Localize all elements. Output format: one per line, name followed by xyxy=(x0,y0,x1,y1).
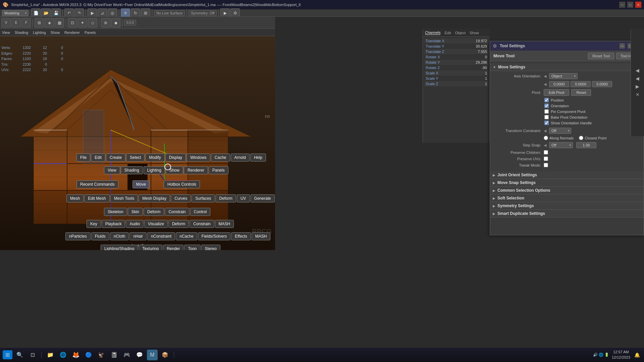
new-file-btn[interactable]: 📄 xyxy=(31,8,41,18)
hotbox-panels-btn[interactable]: Panels xyxy=(209,166,228,174)
axis-orientation-dropdown[interactable]: Object World Local Normal Gimbal Compone… xyxy=(549,73,578,79)
view-menu[interactable]: View xyxy=(2,31,10,35)
brave-btn[interactable]: 🦅 xyxy=(96,350,107,360)
keyframe-btn[interactable]: ◆ xyxy=(111,18,120,27)
undo-btn[interactable]: ↶ xyxy=(64,8,74,18)
hotbox-lighting-btn[interactable]: Lighting xyxy=(144,166,165,174)
nconstraint-btn[interactable]: nConstraint xyxy=(147,232,175,240)
nhair-btn[interactable]: nHair xyxy=(129,232,147,240)
maya-taskbar-btn[interactable]: M xyxy=(147,350,158,360)
channel-translate-z[interactable]: Translate Z7.555 xyxy=(424,49,488,54)
control-btn[interactable]: Control xyxy=(190,208,211,216)
snap-surface-btn[interactable]: ◇ xyxy=(88,18,97,27)
taskview-btn[interactable]: ⊡ xyxy=(27,350,38,360)
edit-pivot-btn[interactable]: Edit Pivot xyxy=(544,89,569,96)
pin-component-checkbox[interactable] xyxy=(544,109,549,114)
smart-duplicate-header[interactable]: ▶ Smart Duplicate Settings xyxy=(490,210,644,218)
skin-btn[interactable]: Skin xyxy=(128,208,143,216)
scroll-up-btn[interactable]: ◀ xyxy=(636,68,639,73)
bake-pivot-checkbox[interactable] xyxy=(544,115,549,119)
mode-dropdown[interactable]: Modeling Rigging Animation FX Rendering xyxy=(2,10,29,16)
playback-btn[interactable]: Playback xyxy=(102,220,125,228)
common-selection-header[interactable]: ▶ Common Selection Options xyxy=(490,187,644,194)
close-button[interactable]: ✕ xyxy=(635,2,641,8)
panel-minimize-btn[interactable]: ─ xyxy=(620,43,625,49)
create-menu-btn[interactable]: Create xyxy=(106,154,125,162)
z-input[interactable] xyxy=(592,81,612,87)
panels-menu[interactable]: Panels xyxy=(85,31,96,35)
snap-point-btn[interactable]: ✦ xyxy=(78,18,87,27)
preserve-children-checkbox[interactable] xyxy=(544,150,548,155)
reset-pivot-btn[interactable]: Reset xyxy=(571,89,591,96)
snap-grid-btn[interactable]: ⊡ xyxy=(68,18,77,27)
step-snap-dropdown[interactable]: Off Relative Absolute xyxy=(549,142,573,148)
onenote-btn[interactable]: 📓 xyxy=(109,350,119,360)
position-checkbox[interactable] xyxy=(544,98,549,102)
show-orientation-checkbox[interactable] xyxy=(544,121,549,125)
lighting-shading-btn[interactable]: Lighting/Shading xyxy=(101,245,138,250)
channel-rotate-x[interactable]: Rotate X0 xyxy=(424,54,488,60)
render-btn[interactable]: Render xyxy=(163,245,183,250)
save-file-btn[interactable]: 💾 xyxy=(51,8,61,18)
firefox-btn[interactable]: 🦊 xyxy=(70,350,81,360)
move-tool-btn[interactable]: ✛ xyxy=(121,8,130,18)
channel-scale-z[interactable]: Scale Z1 xyxy=(424,81,488,86)
reset-tool-btn[interactable]: Reset Tool xyxy=(588,53,614,59)
edge-mode-btn[interactable]: E xyxy=(11,18,21,27)
ncloth-btn[interactable]: nCloth xyxy=(110,232,129,240)
modify-menu-btn[interactable]: Modify xyxy=(145,154,164,162)
open-file-btn[interactable]: 📂 xyxy=(41,8,51,18)
channel-scale-y[interactable]: Scale Y1 xyxy=(424,76,488,81)
channel-translate-y[interactable]: Translate Y30.629 xyxy=(424,44,488,49)
edit-tab[interactable]: Edit xyxy=(444,31,451,35)
file-menu-btn[interactable]: File xyxy=(76,154,90,162)
x-input[interactable] xyxy=(549,81,569,87)
deform2-btn[interactable]: Deform xyxy=(144,208,164,216)
hotbox-controls-btn[interactable]: Hotbox Controls xyxy=(164,180,200,188)
tweak-mode-checkbox[interactable] xyxy=(544,163,548,167)
help-menu-btn[interactable]: Help xyxy=(250,154,266,162)
visualize-btn[interactable]: Visualize xyxy=(144,220,168,228)
smooth-btn[interactable]: ◈ xyxy=(45,18,54,27)
channel-translate-x[interactable]: Translate X19.972 xyxy=(424,38,488,44)
select-tool-btn[interactable]: ▶ xyxy=(88,8,97,18)
hotbox-renderer-btn[interactable]: Renderer xyxy=(184,166,208,174)
explorer-btn[interactable]: 📁 xyxy=(45,350,56,360)
mash-btn[interactable]: MASH xyxy=(215,220,234,228)
face-mode-btn[interactable]: F xyxy=(21,18,31,27)
texturing-btn[interactable]: Texturing xyxy=(139,245,162,250)
channels-tab[interactable]: Channels xyxy=(425,31,440,35)
search-taskbar-btn[interactable]: 🔍 xyxy=(14,350,25,360)
closest-point-radio[interactable] xyxy=(579,136,583,140)
show-tab[interactable]: Show xyxy=(470,31,479,35)
history-btn[interactable]: ⊚ xyxy=(101,18,110,27)
move-snap-header[interactable]: ▶ Move Snap Settings xyxy=(490,179,644,187)
texture-btn[interactable]: ▦ xyxy=(55,18,64,27)
generate-btn[interactable]: Generate xyxy=(251,194,275,202)
object-tab[interactable]: Object xyxy=(455,31,466,35)
recent-commands-btn[interactable]: Recent Commands xyxy=(76,180,118,188)
scroll-left-btn[interactable]: ◀ xyxy=(636,76,639,81)
skeleton-btn[interactable]: Skeleton xyxy=(104,208,127,216)
lighting-menu[interactable]: Lighting xyxy=(33,31,46,35)
rotate-tool-btn[interactable]: ↻ xyxy=(131,8,140,18)
arnold-menu-btn[interactable]: Arnold xyxy=(231,154,250,162)
deform3-btn[interactable]: Deform xyxy=(168,220,189,228)
fluids-btn[interactable]: Fluids xyxy=(91,232,109,240)
scroll-down-btn[interactable]: ✕ xyxy=(636,92,640,97)
chrome-btn[interactable]: 🔵 xyxy=(83,350,94,360)
lasso-select-btn[interactable]: ⊿ xyxy=(98,8,107,18)
soft-selection-header[interactable]: ▶ Soft Selection xyxy=(490,194,644,202)
viewport-3d-content[interactable]: FR Verts: 1332 12 0 Edges: 2220 20 0 Fac… xyxy=(0,36,275,250)
key-btn[interactable]: Key xyxy=(87,220,101,228)
substance-btn[interactable]: 📦 xyxy=(160,350,170,360)
edit-mesh-btn[interactable]: Edit Mesh xyxy=(84,194,109,202)
mesh-btn[interactable]: Mesh xyxy=(66,194,84,202)
constrain-btn[interactable]: Constrain xyxy=(165,208,189,216)
y-input[interactable] xyxy=(571,81,591,87)
display-menu-btn[interactable]: Display xyxy=(165,154,186,162)
symmetry-settings-header[interactable]: ▶ Symmetry Settings xyxy=(490,202,644,210)
renderer-menu[interactable]: Renderer xyxy=(64,31,80,35)
windows-menu-btn[interactable]: Windows xyxy=(186,154,210,162)
fields-btn[interactable]: Fields/Solvers xyxy=(198,232,230,240)
